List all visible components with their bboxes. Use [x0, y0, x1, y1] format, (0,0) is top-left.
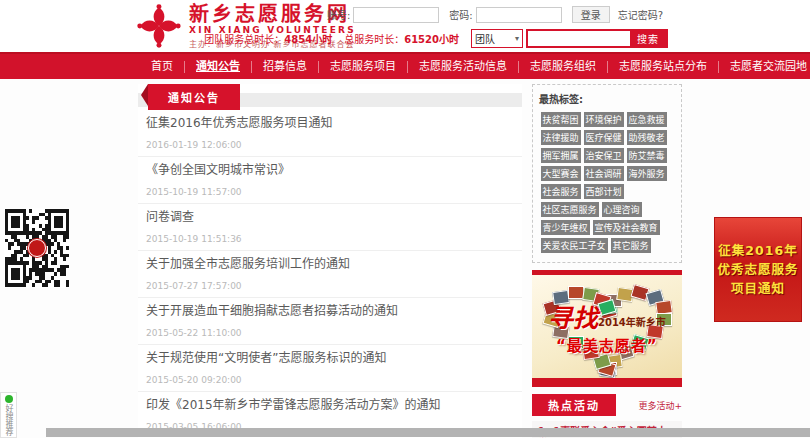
notice-item: 关于开展造血干细胞捐献志愿者招募活动的通知 2015-05-22 11:10:0…: [138, 298, 522, 345]
account-input[interactable]: [353, 7, 439, 23]
search-input[interactable]: [528, 31, 630, 46]
notice-title-link[interactable]: 征集2016年优秀志愿服务项目通知: [146, 116, 520, 130]
nav-item[interactable]: 通知公告: [185, 61, 252, 73]
notice-title-link[interactable]: 印发《2015年新乡市学雷锋志愿服务活动方案》的通知: [146, 398, 520, 412]
login-bar: 账号: 密码: 登录 忘记密码?: [317, 6, 663, 23]
banner-script-text: 寻找: [548, 298, 598, 334]
search-category-value: 团队: [475, 31, 495, 46]
notice-timestamp: 2015-10-19 11:57:00: [146, 187, 520, 197]
banner-top-strip: [532, 270, 682, 275]
nav-item[interactable]: 首页: [140, 61, 185, 73]
tag-link[interactable]: 社会服务: [541, 184, 581, 199]
main-nav: 首页 通知公告 招募信息 志愿服务项目 志愿服务活动信息 志愿服务组织 志愿服务…: [0, 52, 810, 79]
nav-item[interactable]: 志愿服务组织: [519, 61, 608, 73]
banner-bottom-strip: [532, 378, 682, 387]
content-area: 通知公告 征集2016年优秀志愿服务项目通知 2016-01-19 12:06:…: [138, 84, 682, 438]
stats-search-bar: 团队服务总时长：4854小时 总服务时长：61520小时 团队 ▾ 搜索: [204, 29, 668, 48]
password-input[interactable]: [476, 7, 562, 23]
tag-cloud: 扶贫帮困 环境保护 应急救援 法律援助 医疗保健 助残敬老 拥军拥属 治安保卫 …: [539, 110, 675, 254]
most-beautiful-volunteer-banner[interactable]: 寻找 2014年新乡市 “最美志愿者”: [532, 270, 682, 387]
account-label: 账号:: [327, 7, 350, 22]
ad-line-1: 征集2016年: [718, 241, 797, 260]
tag-link[interactable]: 社会调研: [584, 166, 624, 181]
site-header: 新乡志愿服务网 XIN XIANG VOLUNTEERS 主办：新乡市文明办 新…: [0, 0, 810, 52]
ad-line-3: 项目通知: [731, 279, 785, 298]
tag-link[interactable]: 扶贫帮困: [541, 112, 581, 127]
tag-link[interactable]: 助残敬老: [627, 130, 667, 145]
search-button[interactable]: 搜索: [630, 31, 666, 46]
tag-link[interactable]: 宣传及社会教育: [593, 220, 660, 235]
notice-timestamp: 2015-05-20 09:20:00: [146, 375, 520, 385]
tag-link[interactable]: 海外服务: [627, 166, 667, 181]
chevron-down-icon: ▾: [515, 34, 519, 43]
tag-link[interactable]: 心理咨询: [602, 202, 642, 217]
horizontal-scrollbar[interactable]: [46, 428, 810, 437]
hot-tags-box: 最热标签: 扶贫帮困 环境保护 应急救援 法律援助 医疗保健 助残敬老 拥军拥属: [532, 84, 682, 263]
haosou-tab-label: 好搜推荐: [4, 404, 13, 436]
notice-item: 征集2016年优秀志愿服务项目通知 2016-01-19 12:06:00: [138, 110, 522, 157]
total-hours-stat: 总服务时长：61520小时: [344, 31, 459, 46]
volunteer-heart-knot-icon: [136, 3, 182, 49]
search-category-select[interactable]: 团队 ▾: [471, 29, 523, 48]
nav-item[interactable]: 志愿者交流园地: [719, 61, 810, 73]
tag-link[interactable]: 青少年维权: [541, 220, 590, 235]
sidebar: 最热标签: 扶贫帮困 环境保护 应急救援 法律援助 医疗保健 助残敬老 拥军拥属: [532, 84, 682, 438]
tag-link[interactable]: 应急救援: [627, 112, 667, 127]
ad-line-2: 优秀志愿服务: [717, 260, 798, 279]
nav-item[interactable]: 志愿服务项目: [319, 61, 408, 73]
more-activities-link[interactable]: 更多活动+: [638, 399, 682, 412]
section-tab-row: 通知公告: [138, 84, 522, 110]
notice-timestamp: 2015-05-22 11:10:00: [146, 328, 520, 338]
notice-title-link[interactable]: 《争创全国文明城市常识》: [146, 163, 520, 177]
nav-item[interactable]: 招募信息: [252, 61, 319, 73]
hot-activities-tab[interactable]: 热点活动: [532, 394, 616, 416]
tag-link[interactable]: 医疗保健: [584, 130, 624, 145]
notice-list: 征集2016年优秀志愿服务项目通知 2016-01-19 12:06:00 《争…: [138, 110, 522, 438]
notice-timestamp: 2015-10-19 11:51:36: [146, 234, 520, 244]
banner-subtitle: 2014年新乡市: [598, 314, 666, 329]
tag-link[interactable]: 防艾禁毒: [627, 148, 667, 163]
notice-title-link[interactable]: 关于开展造血干细胞捐献志愿者招募活动的通知: [146, 304, 520, 318]
notice-list-section: 通知公告 征集2016年优秀志愿服务项目通知 2016-01-19 12:06:…: [138, 84, 522, 438]
login-button[interactable]: 登录: [572, 6, 610, 23]
hot-activities-header: 热点活动 更多活动+: [532, 394, 682, 416]
nav-item[interactable]: 志愿服务活动信息: [408, 61, 519, 73]
nav-item[interactable]: 志愿服务站点分布: [608, 61, 719, 73]
tag-link[interactable]: 治安保卫: [584, 148, 624, 163]
qr-center-logo-icon: [28, 239, 46, 257]
notice-timestamp: 2016-01-19 12:06:00: [146, 140, 520, 150]
search-bar: 团队 ▾ 搜索: [471, 29, 668, 48]
notice-title-link[interactable]: 关于规范使用“文明使者”志愿服务标识的通知: [146, 351, 520, 365]
notice-item: 关于规范使用“文明使者”志愿服务标识的通知 2015-05-20 09:20:0…: [138, 345, 522, 392]
tag-link[interactable]: 法律援助: [541, 130, 581, 145]
tag-link[interactable]: 环境保护: [584, 112, 624, 127]
notice-title-link[interactable]: 问卷调查: [146, 210, 520, 224]
search-frame: 搜索: [526, 29, 668, 48]
qr-code: [4, 208, 70, 288]
right-floating-ad[interactable]: 征集2016年 优秀志愿服务 项目通知: [714, 217, 802, 322]
tag-link[interactable]: 关爱农民工子女: [541, 238, 608, 253]
section-tab-notices[interactable]: 通知公告: [148, 84, 240, 110]
green-dot-icon: [5, 395, 13, 403]
hot-tags-title: 最热标签:: [539, 91, 675, 106]
haosou-recommend-tab[interactable]: 好搜推荐: [0, 392, 17, 438]
notice-item: 问卷调查 2015-10-19 11:51:36: [138, 204, 522, 251]
banner-title: “最美志愿者”: [556, 334, 658, 355]
team-hours-stat: 团队服务总时长：4854小时: [204, 31, 332, 46]
notice-item: 关于加强全市志愿服务培训工作的通知 2015-07-27 17:57:00: [138, 251, 522, 298]
password-label: 密码:: [449, 7, 472, 22]
forgot-password-link[interactable]: 忘记密码?: [618, 7, 663, 22]
tag-link[interactable]: 西部计划: [584, 184, 624, 199]
notice-timestamp: 2015-07-27 17:57:00: [146, 281, 520, 291]
tag-link[interactable]: 社区志愿服务: [541, 202, 599, 217]
tag-link[interactable]: 拥军拥属: [541, 148, 581, 163]
tag-link[interactable]: 大型赛会: [541, 166, 581, 181]
notice-title-link[interactable]: 关于加强全市志愿服务培训工作的通知: [146, 257, 520, 271]
notice-item: 《争创全国文明城市常识》 2015-10-19 11:57:00: [138, 157, 522, 204]
tag-link[interactable]: 其它服务: [611, 238, 651, 253]
